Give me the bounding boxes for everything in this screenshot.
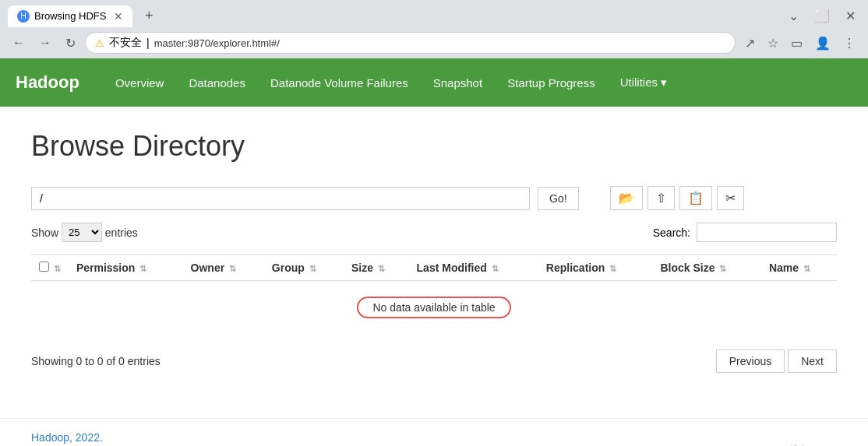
block-size-sort-icon: ⇅ <box>719 264 726 273</box>
col-last-modified[interactable]: Last Modified ⇅ <box>409 255 538 281</box>
back-button[interactable]: ← <box>8 33 30 53</box>
nav-utilities[interactable]: Utilities <box>608 61 680 104</box>
owner-sort-icon: ⇅ <box>229 264 236 273</box>
col-name[interactable]: Name ⇅ <box>761 255 837 281</box>
nav-snapshot[interactable]: Snapshot <box>421 62 495 104</box>
col-replication-label: Replication <box>546 262 605 274</box>
replication-sort-icon: ⇅ <box>609 264 616 273</box>
toolbar-actions: ↗ ☆ ▭ 👤 ⋮ <box>740 33 860 54</box>
show-search-row: Show 10 25 50 100 entries Search: <box>31 223 837 242</box>
security-label: 不安全 <box>109 36 142 50</box>
url-text: master:9870/explorer.html#/ <box>154 37 725 49</box>
upload-button[interactable]: ⇧ <box>647 186 675 210</box>
footer: Hadoop, 2022. CSDN博客2021 <box>0 418 868 446</box>
clipboard-button[interactable]: 📋 <box>679 186 712 210</box>
browser-titlebar: H Browsing HDFS ✕ + ⌄ ⬜ ✕ <box>0 0 868 27</box>
folder-open-button[interactable]: 📂 <box>610 186 643 210</box>
col-block-size[interactable]: Block Size ⇅ <box>652 255 760 281</box>
close-window-button[interactable]: ✕ <box>841 7 860 25</box>
go-button[interactable]: Go! <box>538 187 579 210</box>
share-button[interactable]: ↗ <box>740 33 760 54</box>
search-input[interactable] <box>697 223 837 242</box>
show-label: Show <box>31 227 58 239</box>
clipboard-icon: 📋 <box>688 191 704 205</box>
window-controls: ⌄ ⬜ ✕ <box>784 7 860 25</box>
group-sort-icon: ⇅ <box>309 264 316 273</box>
col-size[interactable]: Size ⇅ <box>344 255 409 281</box>
navbar-brand: Hadoop <box>16 58 95 107</box>
select-all-checkbox[interactable] <box>39 262 49 272</box>
no-data-row: No data available in table <box>31 281 837 335</box>
scissors-icon: ✂ <box>725 191 736 205</box>
search-label: Search: <box>653 227 690 239</box>
upload-icon: ⇧ <box>656 191 666 205</box>
sidebar-toggle-button[interactable]: ▭ <box>786 33 807 54</box>
col-group[interactable]: Group ⇅ <box>264 255 344 281</box>
controls-row: Go! 📂 ⇧ 📋 ✂ <box>31 186 837 210</box>
security-icon: ⚠ <box>95 37 104 49</box>
col-block-size-label: Block Size <box>660 262 715 274</box>
last-modified-sort-icon: ⇅ <box>492 264 499 273</box>
size-sort-icon: ⇅ <box>378 264 385 273</box>
permission-sort-icon: ⇅ <box>139 264 146 273</box>
minimize-button[interactable]: ⌄ <box>784 7 803 25</box>
nav-datanodes[interactable]: Datanodes <box>176 62 258 104</box>
tab-close-button[interactable]: ✕ <box>114 10 123 23</box>
col-size-label: Size <box>351 262 373 274</box>
bottom-row: Showing 0 to 0 of 0 entries Previous Nex… <box>31 343 837 373</box>
col-owner-label: Owner <box>191 262 225 274</box>
url-separator: | <box>146 37 150 49</box>
page-title: Browse Directory <box>31 130 837 163</box>
nav-startup-progress[interactable]: Startup Progress <box>495 62 608 104</box>
col-owner[interactable]: Owner ⇅ <box>183 255 264 281</box>
sort-icon: ⇅ <box>54 264 61 273</box>
profile-button[interactable]: 👤 <box>810 33 835 54</box>
new-tab-button[interactable]: + <box>139 5 160 27</box>
directory-table: ⇅ Permission ⇅ Owner ⇅ Group ⇅ Size ⇅ <box>31 255 837 334</box>
previous-button[interactable]: Previous <box>716 349 785 373</box>
showing-text: Showing 0 to 0 of 0 entries <box>31 355 161 367</box>
navbar: Hadoop Overview Datanodes Datanode Volum… <box>0 58 868 107</box>
reload-button[interactable]: ↻ <box>61 33 80 54</box>
tab-title: Browsing HDFS <box>34 10 106 22</box>
pagination: Previous Next <box>716 349 837 373</box>
tab-favicon: H <box>17 10 30 23</box>
icon-buttons: 📂 ⇧ 📋 ✂ <box>610 186 744 210</box>
col-name-label: Name <box>769 262 799 274</box>
nav-overview[interactable]: Overview <box>103 62 177 104</box>
restore-button[interactable]: ⬜ <box>810 7 834 25</box>
browser-chrome: H Browsing HDFS ✕ + ⌄ ⬜ ✕ ← → ↻ ⚠ 不安全 | … <box>0 0 868 58</box>
col-permission-label: Permission <box>76 262 135 274</box>
entries-label: entries <box>105 227 138 239</box>
menu-button[interactable]: ⋮ <box>838 33 860 54</box>
address-bar[interactable]: ⚠ 不安全 | master:9870/explorer.html#/ <box>85 32 736 54</box>
scissors-button[interactable]: ✂ <box>717 186 744 210</box>
entries-select[interactable]: 10 25 50 100 <box>62 223 102 242</box>
nav-datanode-volume-failures[interactable]: Datanode Volume Failures <box>258 62 421 104</box>
browser-tab[interactable]: H Browsing HDFS ✕ <box>8 5 132 27</box>
next-button[interactable]: Next <box>788 349 837 373</box>
browser-toolbar: ← → ↻ ⚠ 不安全 | master:9870/explorer.html#… <box>0 27 868 58</box>
col-replication[interactable]: Replication ⇅ <box>538 255 653 281</box>
no-data-message: No data available in table <box>357 297 510 318</box>
col-last-modified-label: Last Modified <box>417 262 487 274</box>
path-input[interactable] <box>31 187 530 210</box>
bookmark-button[interactable]: ☆ <box>763 33 783 54</box>
col-group-label: Group <box>272 262 305 274</box>
col-permission[interactable]: Permission ⇅ <box>69 255 183 281</box>
forward-button[interactable]: → <box>34 33 56 53</box>
main-content: Browse Directory Go! 📂 ⇧ 📋 ✂ Show 10 25 … <box>0 107 868 418</box>
footer-link[interactable]: Hadoop, 2022. <box>31 431 103 444</box>
name-sort-icon: ⇅ <box>803 264 810 273</box>
